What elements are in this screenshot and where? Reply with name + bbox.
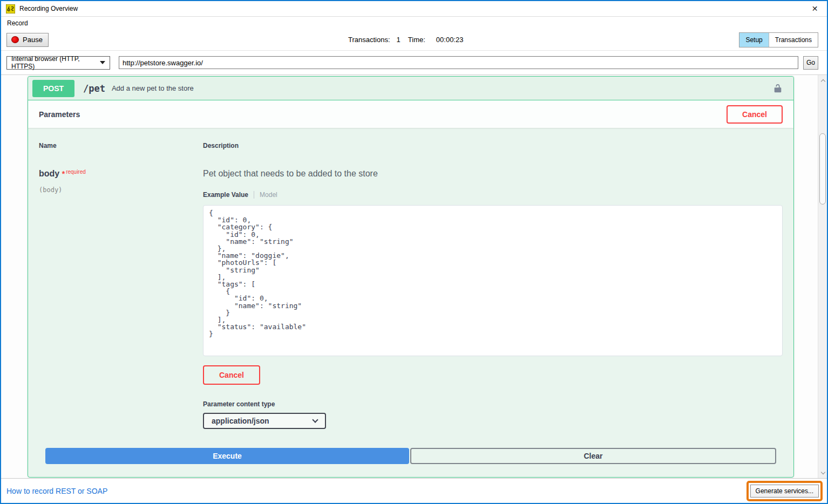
content-type-select[interactable]: application/json — [203, 413, 326, 429]
content-type-value: application/json — [212, 417, 269, 425]
dropdown-caret-icon — [100, 61, 105, 64]
pause-button[interactable]: Pause — [6, 33, 49, 47]
time-label: Time: — [408, 36, 425, 44]
endpoint-summary: Add a new pet to the store — [112, 84, 194, 92]
chevron-down-icon — [820, 469, 825, 474]
tab-setup[interactable]: Setup — [739, 33, 768, 47]
parameters-title: Parameters — [39, 110, 80, 119]
description-column-header: Description — [203, 128, 783, 154]
pause-label: Pause — [23, 36, 43, 44]
swagger-opblock-post-pet: POST /pet Add a new pet to the store Par… — [28, 76, 794, 478]
browser-viewport: POST /pet Add a new pet to the store Par… — [1, 75, 827, 478]
method-badge: POST — [32, 80, 74, 97]
menu-record[interactable]: Record — [4, 18, 31, 28]
transactions-count: 1 — [397, 36, 401, 44]
highlight-ring: Generate services... — [746, 481, 823, 501]
body-cancel-button[interactable]: Cancel — [203, 365, 260, 385]
required-label: required — [66, 169, 86, 175]
param-name-cell: body *required (body) — [39, 154, 203, 429]
opblock-header[interactable]: POST /pet Add a new pet to the store — [28, 77, 793, 100]
record-dot-icon — [11, 36, 19, 43]
body-editor[interactable]: { "id": 0, "category": { "id": 0, "name"… — [203, 205, 783, 356]
auth-lock-wrap[interactable] — [773, 84, 783, 93]
generate-services-button[interactable]: Generate services... — [750, 485, 819, 498]
name-column-header: Name — [39, 128, 203, 154]
go-button[interactable]: Go — [803, 56, 818, 70]
endpoint-path: /pet — [83, 83, 105, 94]
param-description-cell: Pet object that needs to be added to the… — [203, 154, 783, 429]
content-type-label: Parameter content type — [203, 400, 783, 408]
example-model-tabs: Example Value Model — [203, 191, 783, 199]
scroll-down-button[interactable] — [818, 468, 827, 477]
title-bar: Recording Overview ✕ — [1, 1, 827, 17]
chevron-down-icon — [312, 417, 318, 423]
tab-example-value[interactable]: Example Value — [203, 191, 254, 199]
execute-button[interactable]: Execute — [45, 448, 409, 464]
unlock-icon — [773, 84, 783, 93]
close-button[interactable]: ✕ — [803, 1, 827, 16]
url-input[interactable] — [119, 56, 798, 69]
app-icon — [6, 4, 15, 13]
parameters-section-header: Parameters Cancel — [28, 100, 793, 128]
param-description: Pet object that needs to be added to the… — [203, 169, 783, 179]
view-tabs: Setup Transactions — [739, 32, 818, 47]
time-value: 00:00:23 — [436, 36, 464, 44]
toolbar: Pause Transactions: 1 Time: 00:00:23 Set… — [1, 29, 827, 51]
required-star: * — [62, 169, 65, 178]
tab-model[interactable]: Model — [254, 191, 277, 199]
recording-stats: Transactions: 1 Time: 00:00:23 — [348, 29, 463, 50]
browser-mode-select[interactable]: Internal browser (HTTP, HTTPS) — [6, 56, 110, 70]
footer-bar: How to record REST or SOAP Generate serv… — [1, 478, 827, 503]
param-in: (body) — [39, 186, 203, 194]
menu-bar: Record — [1, 17, 827, 29]
browser-mode-value: Internal browser (HTTP, HTTPS) — [11, 55, 100, 70]
window-title: Recording Overview — [19, 5, 78, 12]
clear-button[interactable]: Clear — [410, 448, 776, 464]
param-name: body — [39, 169, 59, 178]
execute-row: Execute Clear — [45, 448, 776, 464]
chevron-up-icon — [820, 79, 825, 83]
try-out-cancel-button[interactable]: Cancel — [727, 105, 783, 124]
scrollbar-thumb[interactable] — [819, 133, 826, 205]
vertical-scrollbar[interactable] — [818, 75, 827, 478]
recording-overview-window: Recording Overview ✕ Record Pause Transa… — [0, 0, 828, 504]
help-link[interactable]: How to record REST or SOAP — [6, 487, 107, 495]
parameters-table: Name Description body *required (body) P… — [28, 128, 793, 429]
transactions-label: Transactions: — [348, 36, 390, 44]
scroll-up-button[interactable] — [818, 76, 827, 85]
tab-transactions[interactable]: Transactions — [769, 33, 818, 47]
address-bar: Internal browser (HTTP, HTTPS) Go — [1, 51, 827, 75]
